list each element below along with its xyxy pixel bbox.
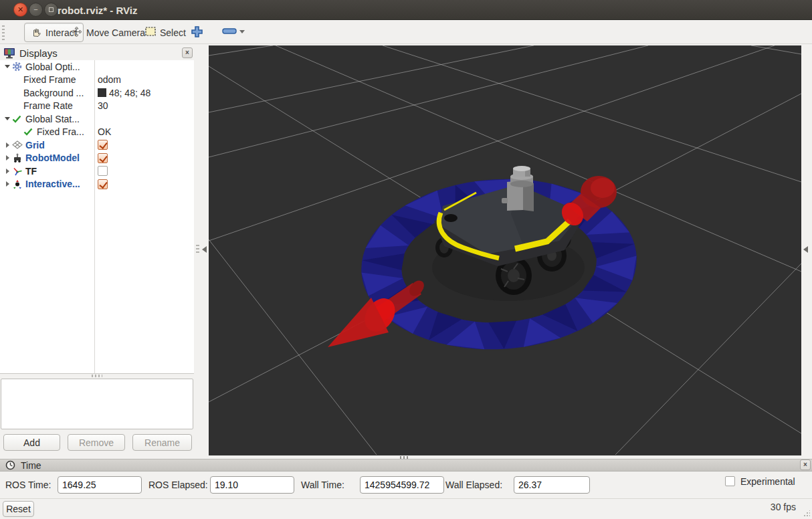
display-row-fixedframe[interactable]: Fixed Frameodom — [0, 74, 194, 87]
display-name: Global Opti... — [25, 62, 80, 72]
ros-elapsed-input[interactable] — [210, 476, 294, 494]
display-description-box — [1, 379, 193, 429]
display-row-framerate[interactable]: Frame Rate30 — [0, 100, 194, 113]
right-panel-expand-arrow[interactable] — [803, 246, 808, 253]
display-row-grid[interactable]: Grid — [0, 138, 194, 152]
wall-elapsed-input[interactable] — [514, 476, 590, 494]
window-resize-grip[interactable] — [803, 510, 810, 517]
check-icon — [23, 128, 37, 136]
rviz-window: ✕ − robot.rviz* - RViz InteractMove Came… — [0, 0, 812, 519]
time-field-label: Wall Time: — [301, 472, 344, 498]
display-row-robotmodel[interactable]: RobotModel — [0, 152, 194, 165]
property-value: 48; 48; 48 — [98, 88, 150, 98]
time-panel-title: Time — [21, 460, 41, 471]
displays-panel-icon — [3, 47, 15, 59]
display-name: RobotModel — [25, 152, 80, 163]
3d-viewport[interactable] — [209, 45, 801, 455]
remove-display-button[interactable]: Remove — [68, 434, 125, 451]
color-swatch — [98, 88, 106, 97]
remove-tool-button[interactable] — [222, 27, 245, 36]
window-minimize-button[interactable]: − — [29, 3, 43, 17]
check-icon — [12, 115, 25, 123]
display-row-interactive[interactable]: Interactive... — [0, 178, 194, 191]
expand-arrow-icon[interactable] — [3, 181, 12, 187]
robot-icon — [12, 153, 25, 163]
left-panel-collapse-arrow[interactable] — [202, 246, 207, 253]
left-splitter-grip[interactable] — [196, 245, 199, 254]
tool-label: Move Camera — [86, 27, 145, 38]
collapse-arrow-icon[interactable] — [3, 65, 12, 68]
time-fields-row: ROS Time:ROS Elapsed:Wall Time:Wall Elap… — [0, 472, 812, 498]
expand-arrow-icon[interactable] — [3, 169, 12, 174]
displays-panel-header: Displays — [0, 45, 194, 60]
tool-button-move-camera[interactable]: Move Camera — [65, 23, 151, 42]
collapse-arrow-icon[interactable] — [3, 117, 12, 120]
displays-close-button[interactable]: × — [182, 47, 193, 58]
grid-icon — [12, 140, 25, 149]
display-row-background[interactable]: Background ...48; 48; 48 — [0, 86, 194, 100]
experimental-checkbox[interactable] — [725, 476, 735, 486]
maximize-icon — [49, 7, 54, 12]
displays-tree: Global Opti...Fixed FrameodomBackground … — [0, 60, 194, 374]
minus-icon — [222, 27, 245, 36]
property-value: OK — [98, 126, 111, 137]
tool-label: Select — [160, 27, 186, 38]
experimental-label: Experimental — [740, 472, 795, 491]
fps-counter: 30 fps — [771, 502, 796, 512]
enable-checkbox[interactable] — [98, 179, 108, 189]
enable-checkbox[interactable] — [98, 166, 108, 176]
tree-splitter-handle[interactable] — [92, 375, 102, 377]
display-row-fixedfra[interactable]: Fixed Fra...OK — [0, 126, 194, 139]
display-row-globalstat[interactable]: Global Stat... — [0, 112, 194, 126]
toolbar-grip-handle[interactable] — [2, 25, 5, 40]
titlebar: ✕ − robot.rviz* - RViz — [0, 0, 812, 20]
plus-icon — [191, 25, 203, 38]
display-name: Fixed Fra... — [37, 126, 84, 137]
display-name: Interactive... — [25, 179, 80, 189]
time-field-label: ROS Elapsed: — [148, 472, 208, 498]
rename-display-button[interactable]: Rename — [132, 434, 192, 451]
select-box-icon — [145, 27, 156, 38]
display-name: Fixed Frame — [23, 74, 76, 85]
ros-time-input[interactable] — [58, 476, 142, 494]
move-camera-icon — [71, 26, 82, 39]
statusbar-divider — [0, 498, 812, 499]
property-value: 30 — [98, 100, 108, 111]
tree-column-divider[interactable] — [94, 60, 95, 373]
enable-checkbox[interactable] — [98, 140, 108, 150]
expand-arrow-icon[interactable] — [3, 142, 12, 148]
tool-button-select[interactable]: Select — [139, 23, 192, 42]
expand-arrow-icon[interactable] — [3, 155, 12, 161]
display-name: Background ... — [23, 88, 84, 98]
displays-panel-title: Displays — [19, 47, 58, 59]
display-name: Global Stat... — [25, 114, 80, 124]
wall-time-input[interactable] — [360, 476, 444, 494]
window-maximize-button[interactable] — [44, 3, 58, 17]
clock-icon — [5, 460, 15, 470]
tf-icon — [12, 167, 25, 176]
hand-icon — [31, 26, 41, 39]
time-panel-close-button[interactable]: × — [800, 459, 811, 470]
display-name: Grid — [25, 140, 45, 150]
window-close-button[interactable]: ✕ — [13, 3, 27, 17]
display-name: TF — [25, 166, 37, 177]
property-value: odom — [98, 74, 121, 85]
time-panel-header: Time — [0, 459, 812, 472]
window-title: robot.rviz* - RViz — [58, 0, 137, 20]
robot-knob — [444, 214, 458, 222]
im-icon — [12, 179, 25, 189]
add-display-button[interactable]: Add — [3, 434, 60, 451]
display-name: Frame Rate — [23, 100, 73, 111]
gear-icon — [12, 62, 25, 72]
time-field-label: Wall Elapsed: — [445, 472, 502, 498]
display-row-globalopti[interactable]: Global Opti... — [0, 60, 194, 74]
time-field-label: ROS Time: — [5, 472, 51, 498]
add-tool-button[interactable] — [191, 25, 203, 38]
reset-button[interactable]: Reset — [3, 501, 34, 517]
display-row-tf[interactable]: TF — [0, 165, 194, 178]
enable-checkbox[interactable] — [98, 153, 108, 163]
